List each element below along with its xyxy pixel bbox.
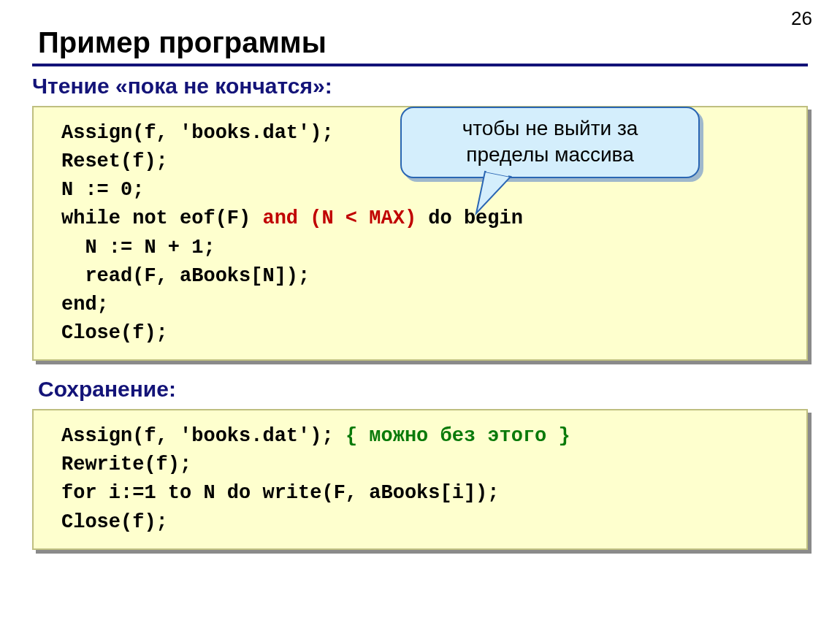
code-line: Reset(f); bbox=[61, 150, 168, 172]
code-line: Rewrite(f); bbox=[61, 454, 191, 475]
code-line: Close(f); bbox=[61, 511, 168, 533]
code-line: end; bbox=[61, 294, 109, 316]
code-line: read(F, aBooks[N]); bbox=[61, 265, 310, 287]
page-number: 26 bbox=[791, 7, 812, 30]
slide: 26 Пример программы Чтение «пока не конч… bbox=[0, 0, 840, 631]
code-line: Assign(f, 'books.dat'); bbox=[61, 122, 334, 144]
code-line: Close(f); bbox=[61, 322, 168, 344]
callout-box: чтобы не выйти за пределы массива bbox=[400, 107, 700, 178]
callout-tail-icon bbox=[470, 168, 522, 219]
code-box: Assign(f, 'books.dat'); { можно без этог… bbox=[32, 409, 808, 550]
svg-marker-0 bbox=[476, 172, 511, 213]
code-highlight-condition: and (N < MAX) bbox=[262, 207, 416, 229]
code-line: Assign(f, 'books.dat'); bbox=[61, 425, 345, 447]
code-line: N := N + 1; bbox=[61, 237, 215, 259]
title-rule bbox=[32, 64, 808, 66]
callout-text-line2: пределы массива bbox=[466, 143, 634, 166]
callout-text-line1: чтобы не выйти за bbox=[462, 117, 638, 139]
section-heading-reading: Чтение «пока не кончатся»: bbox=[32, 74, 808, 99]
code-line: for i:=1 to N do write(F, aBooks[i]); bbox=[61, 482, 500, 504]
code-comment: { можно без этого } bbox=[345, 425, 570, 447]
code-block-saving: Assign(f, 'books.dat'); { можно без этог… bbox=[32, 409, 808, 550]
code-line: while not eof(F) bbox=[61, 207, 262, 229]
slide-title: Пример программы bbox=[38, 26, 808, 59]
code-line: N := 0; bbox=[61, 179, 144, 201]
callout-bubble: чтобы не выйти за пределы массива bbox=[400, 107, 700, 178]
section-heading-saving: Сохранение: bbox=[38, 377, 808, 402]
